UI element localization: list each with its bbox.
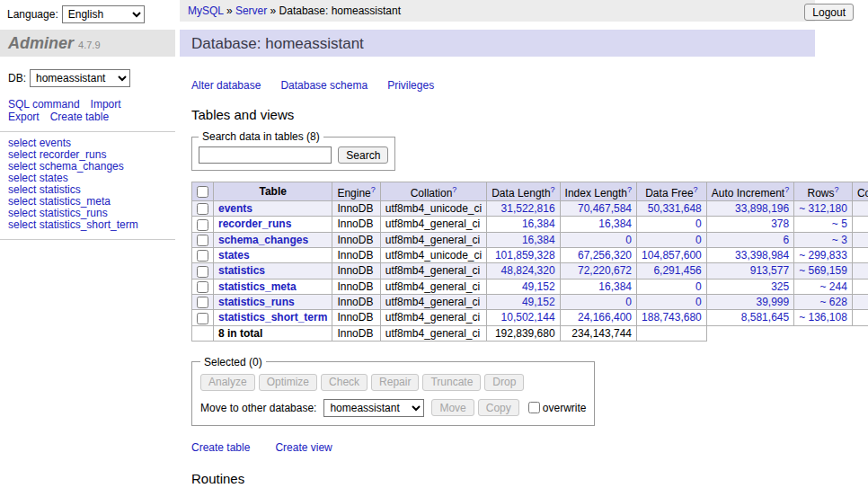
index-length-cell: 16,384 (560, 279, 636, 294)
data-free-link[interactable]: 6,291,456 (653, 264, 701, 277)
data-length-link[interactable]: 16,384 (522, 217, 555, 230)
data-free-link[interactable]: 50,331,648 (648, 202, 702, 215)
auto-increment-link[interactable]: 325 (771, 280, 789, 293)
data-free-link[interactable]: 188,743,680 (642, 311, 702, 324)
table-name-link-states[interactable]: states (218, 249, 250, 262)
action-link-database-schema[interactable]: Database schema (280, 79, 368, 92)
rows-count-link[interactable]: ~ 244 (820, 280, 847, 293)
repair-button[interactable]: Repair (371, 374, 419, 391)
row-checkbox-events[interactable] (197, 203, 208, 215)
search-input[interactable] (199, 146, 332, 164)
table-name-link-events[interactable]: events (218, 202, 252, 215)
index-length-link[interactable]: 0 (625, 296, 632, 308)
data-length-link[interactable]: 49,152 (522, 296, 555, 308)
row-checkbox-statistics-meta[interactable] (197, 281, 208, 293)
breadcrumb-link-server[interactable]: Server (235, 4, 267, 17)
check-button[interactable]: Check (321, 374, 368, 391)
data-free-link[interactable]: 0 (695, 280, 702, 293)
sidebar-item-select-statistics-runs[interactable]: select statistics_runs (8, 207, 108, 219)
help-icon[interactable]: ? (835, 185, 839, 194)
help-icon[interactable]: ? (784, 185, 789, 194)
auto-increment-link[interactable]: 6 (783, 234, 789, 246)
index-length-link[interactable]: 16,384 (598, 280, 632, 293)
sidebar-item-select-events[interactable]: select events (8, 137, 71, 149)
sidebar-item-select-statistics[interactable]: select statistics (8, 183, 81, 196)
data-length-link[interactable]: 31,522,816 (501, 202, 555, 215)
data-length-link[interactable]: 16,384 (522, 234, 555, 246)
row-checkbox-statistics[interactable] (197, 266, 208, 278)
language-select[interactable]: English (62, 5, 145, 23)
auto-increment-link[interactable]: 33,898,196 (735, 202, 789, 215)
app-title: Adminer 4.7.9 (0, 30, 175, 57)
auto-increment-link[interactable]: 39,999 (756, 296, 789, 308)
sidebar-item-select-states[interactable]: select states (8, 172, 68, 184)
row-checkbox-recorder-runs[interactable] (197, 219, 208, 231)
data-length-link[interactable]: 101,859,328 (495, 249, 555, 262)
row-checkbox-states[interactable] (197, 250, 208, 262)
table-name-link-statistics-meta[interactable]: statistics_meta (218, 280, 297, 293)
row-checkbox-statistics-short-term[interactable] (197, 313, 208, 324)
table-name-link-statistics[interactable]: statistics (218, 264, 265, 277)
optimize-button[interactable]: Optimize (259, 374, 317, 391)
auto-increment-link[interactable]: 913,577 (750, 264, 789, 277)
select-all-checkbox[interactable] (197, 186, 208, 198)
sidebar-link-create-table[interactable]: Create table (50, 111, 109, 123)
data-length-link[interactable]: 10,502,144 (501, 311, 555, 324)
data-free-link[interactable]: 104,857,600 (642, 249, 702, 262)
table-name-link-recorder-runs[interactable]: recorder_runs (218, 217, 291, 230)
move-button[interactable]: Move (431, 399, 474, 416)
table-name-link-statistics-runs[interactable]: statistics_runs (218, 296, 295, 308)
sidebar-item-select-statistics-short-term[interactable]: select statistics_short_term (8, 218, 138, 231)
index-length-link[interactable]: 70,467,584 (578, 202, 632, 215)
rows-count-link[interactable]: ~ 136,108 (799, 311, 847, 324)
data-free-link[interactable]: 0 (695, 234, 702, 246)
index-length-link[interactable]: 67,256,320 (578, 249, 632, 262)
link-create-table[interactable]: Create table (191, 441, 250, 454)
table-name-link-schema-changes[interactable]: schema_changes (218, 234, 308, 246)
index-length-link[interactable]: 72,220,672 (578, 264, 632, 277)
rows-count-link[interactable]: ~ 312,180 (799, 202, 847, 215)
help-icon[interactable]: ? (551, 185, 555, 194)
sidebar-link-import[interactable]: Import (91, 98, 121, 111)
drop-button[interactable]: Drop (484, 374, 524, 391)
rows-count-link[interactable]: ~ 569,159 (799, 264, 847, 277)
auto-increment-link[interactable]: 33,398,984 (735, 249, 789, 262)
search-button[interactable]: Search (338, 146, 388, 164)
rows-count-link[interactable]: ~ 3 (832, 234, 847, 246)
help-icon[interactable]: ? (371, 185, 376, 194)
data-free-link[interactable]: 0 (695, 217, 702, 230)
table-name-link-statistics-short-term[interactable]: statistics_short_term (218, 311, 327, 324)
index-length-link[interactable]: 0 (625, 234, 632, 246)
auto-increment-link[interactable]: 8,581,645 (741, 311, 789, 324)
action-link-alter-database[interactable]: Alter database (191, 79, 261, 92)
data-length-link[interactable]: 48,824,320 (501, 264, 555, 277)
copy-button[interactable]: Copy (478, 399, 519, 416)
db-select[interactable]: homeassistant (30, 69, 130, 87)
sidebar-item-select-schema-changes[interactable]: select schema_changes (8, 160, 124, 173)
help-icon[interactable]: ? (694, 185, 698, 194)
action-link-privileges[interactable]: Privileges (387, 79, 434, 92)
row-checkbox-statistics-runs[interactable] (197, 297, 208, 308)
index-length-link[interactable]: 24,166,400 (578, 311, 632, 324)
sidebar-item-select-recorder-runs[interactable]: select recorder_runs (8, 148, 106, 161)
overwrite-checkbox[interactable] (528, 402, 540, 413)
auto-increment-link[interactable]: 378 (771, 217, 789, 230)
data-length-link[interactable]: 49,152 (522, 280, 555, 293)
sidebar-item-select-statistics-meta[interactable]: select statistics_meta (8, 195, 111, 208)
rows-count-link[interactable]: ~ 5 (832, 217, 847, 230)
row-checkbox-schema-changes[interactable] (197, 235, 208, 246)
data-free-link[interactable]: 0 (695, 296, 702, 308)
index-length-link[interactable]: 16,384 (598, 217, 632, 230)
truncate-button[interactable]: Truncate (422, 374, 481, 391)
rows-count-link[interactable]: ~ 628 (820, 296, 847, 308)
rows-count-link[interactable]: ~ 299,833 (799, 249, 847, 262)
sidebar-link-sql-command[interactable]: SQL command (8, 98, 80, 111)
breadcrumb-link-mysql[interactable]: MySQL (188, 4, 224, 17)
sidebar-link-export[interactable]: Export (8, 111, 40, 123)
help-icon[interactable]: ? (627, 185, 632, 194)
help-icon[interactable]: ? (452, 185, 456, 194)
analyze-button[interactable]: Analyze (200, 374, 255, 391)
move-db-select[interactable]: homeassistant (323, 399, 424, 417)
logout-button[interactable]: Logout (804, 4, 854, 21)
link-create-view[interactable]: Create view (275, 441, 332, 454)
